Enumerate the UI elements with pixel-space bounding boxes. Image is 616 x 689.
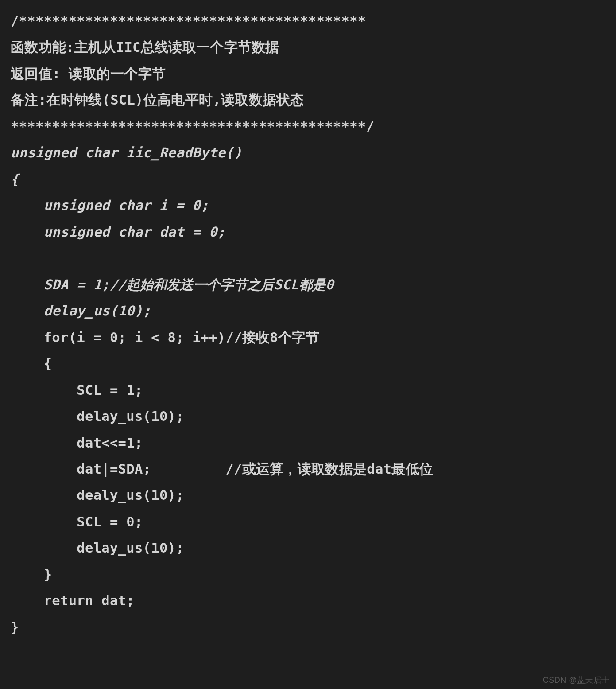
code-line: /***************************************… bbox=[11, 13, 366, 29]
code-line: } bbox=[11, 619, 19, 635]
code-line: unsigned char dat = 0; bbox=[11, 224, 225, 240]
code-line: { bbox=[11, 356, 52, 371]
code-line: 返回值: 读取的一个字节 bbox=[11, 66, 166, 82]
code-line: } bbox=[11, 567, 52, 582]
code-line: SCL = 1; bbox=[11, 382, 143, 398]
code-block: /***************************************… bbox=[0, 0, 616, 651]
code-line: 备注:在时钟线(SCL)位高电平时,读取数据状态 bbox=[11, 92, 304, 108]
watermark: CSDN @蓝天居士 bbox=[543, 675, 610, 685]
code-line: 函数功能:主机从IIC总线读取一个字节数据 bbox=[11, 39, 279, 55]
code-line: ****************************************… bbox=[11, 119, 374, 134]
code-line: delay_us(10); bbox=[11, 303, 151, 319]
code-line: dat<<=1; bbox=[11, 435, 143, 451]
code-line: delay_us(10); bbox=[11, 540, 184, 556]
code-line: for(i = 0; i < 8; i++)//接收8个字节 bbox=[11, 330, 320, 345]
code-line: unsigned char i = 0; bbox=[11, 198, 209, 213]
code-line: return dat; bbox=[11, 593, 135, 608]
code-line: { bbox=[11, 171, 19, 187]
code-line: dealy_us(10); bbox=[11, 487, 184, 503]
code-line: dat|=SDA; //或运算，读取数据是dat最低位 bbox=[11, 461, 433, 477]
code-line: unsigned char iic_ReadByte() bbox=[11, 145, 242, 160]
code-line: SDA = 1;//起始和发送一个字节之后SCL都是0 bbox=[11, 277, 334, 292]
code-line: delay_us(10); bbox=[11, 409, 184, 424]
code-line: SCL = 0; bbox=[11, 514, 143, 529]
